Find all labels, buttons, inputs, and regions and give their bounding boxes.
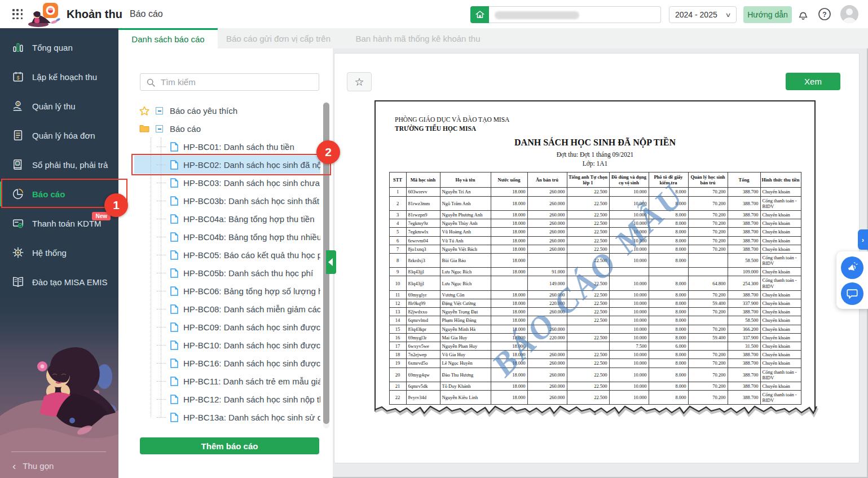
table-cell: 10.000: [609, 245, 649, 253]
table-cell: Chuyển khoản: [760, 382, 801, 390]
sidebar-item-so-phai-thu-phai-tra[interactable]: $ Sổ phải thu, phải trả: [0, 150, 118, 179]
table-cell: Cổng thanh toán - BIDV: [760, 196, 801, 210]
expand-widget-tab[interactable]: ›: [858, 229, 868, 250]
report-tree-item[interactable]: HP-BC10: Danh sách học sinh được hỗ trợ …: [134, 336, 320, 354]
school-year-dropdown[interactable]: 2024 - 2025 ∨: [669, 6, 737, 23]
school-selector-field[interactable]: [489, 6, 661, 23]
report-tree-item[interactable]: HP-BC08: Danh sách miễn giảm các khoả...: [134, 300, 320, 318]
tree-branch-line: [157, 201, 166, 201]
sidebar-item-lap-ke-hoach-thu[interactable]: $ Lập kế hoạch thu: [0, 62, 118, 91]
table-cell: 388.700: [728, 219, 760, 228]
table-cell: 70.200: [688, 359, 728, 368]
report-tree-item[interactable]: HP-BC12: Danh sách học sinh nộp thừa t..…: [134, 390, 320, 408]
table-cell: 16: [389, 333, 406, 342]
report-tree-item[interactable]: HP-BC05: Báo cáo kết quả thu học phí: [134, 246, 320, 264]
table-cell: 10.000: [609, 276, 649, 290]
table-cell: 10.000: [609, 351, 649, 359]
sidebar-divider: [11, 452, 106, 452]
tree-group-favorites[interactable]: Báo cáo yêu thích: [134, 101, 320, 119]
file-icon: [170, 178, 178, 188]
tab-ban-hanh-ma-thong-ke[interactable]: Ban hành mã thống kê khoản thu: [339, 28, 497, 48]
report-tree-item[interactable]: HP-BC04a: Bảng tổng hợp thu tiền: [134, 210, 320, 228]
sidebar-item-bao-cao[interactable]: Báo cáo: [0, 179, 118, 209]
home-button[interactable]: [470, 6, 489, 23]
user-avatar[interactable]: [840, 5, 858, 23]
table-cell: 1: [389, 188, 406, 196]
sidebar-item-dao-tao-misa-emis[interactable]: Đào tạo MISA EMIS: [0, 267, 118, 296]
report-tree-item-label: HP-BC10: Danh sách học sinh được hỗ trợ …: [183, 340, 320, 350]
table-cell: 10.000: [609, 253, 649, 267]
table-col-header: Họ và tên: [440, 172, 491, 188]
report-tree-item[interactable]: HP-BC04b: Bảng tổng hợp thu nhiều đợt/..…: [134, 228, 320, 246]
table-cell: Lưu Ngọc Bích: [440, 268, 491, 276]
report-tree-item[interactable]: HP-BC11: Danh sách trẻ em mẫu giáo được …: [134, 372, 320, 390]
table-row: 1669mygl3rMai Gia Huy18.000220.00022.500…: [389, 333, 801, 342]
table-cell: 17: [389, 342, 406, 350]
announcements-button[interactable]: [841, 256, 863, 279]
table-header-row: STTMã học sinhHọ và tênNước uốngĂn bán t…: [389, 172, 801, 188]
collapse-node-icon[interactable]: [156, 107, 163, 114]
table-cell: 15: [389, 325, 406, 333]
report-tree-item[interactable]: HP-BC03: Danh sách học sinh chưa nộp/n..…: [134, 174, 320, 192]
table-row: 1083q43jjlLưu Ngọc Bích149.00022.50010.0…: [389, 276, 801, 290]
app-grid-icon[interactable]: [12, 9, 23, 20]
chat-support-button[interactable]: [841, 282, 863, 305]
report-tree-item[interactable]: HP-BC06: Bảng tổng hợp số lượng hoàn trả…: [134, 282, 320, 300]
collapse-node-icon[interactable]: [156, 125, 163, 132]
table-cell: 7egkmwlx: [406, 228, 440, 236]
table-cell: Nguyễn Kiều Linh: [440, 391, 491, 405]
file-icon: [170, 377, 178, 386]
report-tree-item[interactable]: HP-BC09: Danh sách học sinh được cấp bù …: [134, 318, 320, 336]
tab-bao-cao-gui-don-vi-cap-tren[interactable]: Báo cáo gửi đơn vị cấp trên: [218, 28, 339, 48]
table-cell: 5: [389, 228, 406, 236]
table-cell: Nguyễn Trọng Đạt: [440, 308, 491, 316]
tab-danh-sach-bao-cao[interactable]: Danh sách báo cáo: [118, 28, 218, 48]
table-cell: 18.000: [491, 268, 527, 276]
table-cell: 6.000: [649, 342, 688, 350]
table-col-header: Phô tô đề giấy kiểm tra: [649, 172, 688, 188]
sidebar-item-quan-ly-hoa-don[interactable]: Quản lý hóa đơn: [0, 121, 118, 150]
sidebar-item-quan-ly-thu[interactable]: $ Quản lý thu: [0, 91, 118, 121]
table-cell: Mai Gia Huy: [440, 333, 491, 342]
guide-button[interactable]: Hướng dẫn: [743, 6, 792, 23]
table-cell: 220.000: [527, 333, 567, 342]
sidebar-item-label: Lập kế hoạch thu: [32, 72, 97, 82]
report-tree-item[interactable]: HP-BC05b: Danh sách thu học phí: [134, 264, 320, 282]
add-report-button[interactable]: Thêm báo cáo: [140, 437, 319, 454]
table-col-header: Hình thức thu tiền: [760, 172, 801, 188]
view-report-button[interactable]: Xem: [786, 73, 840, 90]
floating-widget-card: [836, 251, 868, 309]
sidebar-item-thanh-toan-kdtm[interactable]: Thanh toán KDTM New: [0, 209, 118, 238]
notifications-button[interactable]: [796, 7, 810, 21]
hand-coin-icon: $: [12, 100, 24, 112]
report-tree-item[interactable]: HP-BC03b: Danh sách học sinh thất thu: [134, 192, 320, 210]
favorite-report-button[interactable]: ☆: [347, 72, 372, 91]
sidebar-item-he-thong[interactable]: Hệ thống: [0, 238, 118, 267]
table-cell: 18.000: [491, 325, 527, 333]
table-cell: 70.200: [688, 236, 728, 245]
report-tree-item-label: HP-BC09: Danh sách học sinh được cấp bù …: [183, 322, 320, 332]
table-cell: 388.700: [728, 391, 760, 405]
report-tree-item[interactable]: HP-BC16: Danh sách học sinh được hỗ tr..…: [134, 354, 320, 372]
report-tree-item[interactable]: HP-BC02: Danh sách học sinh đã nộp tiền: [134, 156, 320, 174]
tree-group-reports[interactable]: Báo cáo: [134, 119, 320, 138]
collapse-sidebar-button[interactable]: ‹ Thu gọn: [12, 461, 54, 471]
table-cell: Chuyển khoản: [760, 342, 801, 350]
file-icon: [170, 304, 178, 314]
panel-collapse-handle[interactable]: [326, 250, 336, 274]
table-cell: 260.000: [527, 359, 567, 368]
help-button[interactable]: ?: [818, 7, 831, 21]
table-cell: 220.000: [527, 299, 567, 308]
file-icon: [170, 322, 178, 332]
table-cell: [688, 342, 728, 350]
torn-paper-edge: [374, 404, 817, 419]
report-tree-item[interactable]: HP-BC01: Danh sách thu tiền: [134, 138, 320, 156]
table-cell: Bùi Gia Bảo: [440, 253, 491, 267]
table-cell: 6rwrvm04: [406, 236, 440, 245]
table-cell: 18.000: [491, 382, 527, 390]
report-tree-item[interactable]: HP-BC13a: Danh sách học sinh sử dụng s..…: [134, 408, 320, 426]
report-tree-item-label: HP-BC03b: Danh sách học sinh thất thu: [183, 196, 320, 206]
sidebar-item-tong-quan[interactable]: Tổng quan: [0, 33, 118, 62]
table-col-header: Tiếng anh Tự chọn lớp 1: [567, 172, 609, 188]
search-input[interactable]: [161, 74, 313, 90]
